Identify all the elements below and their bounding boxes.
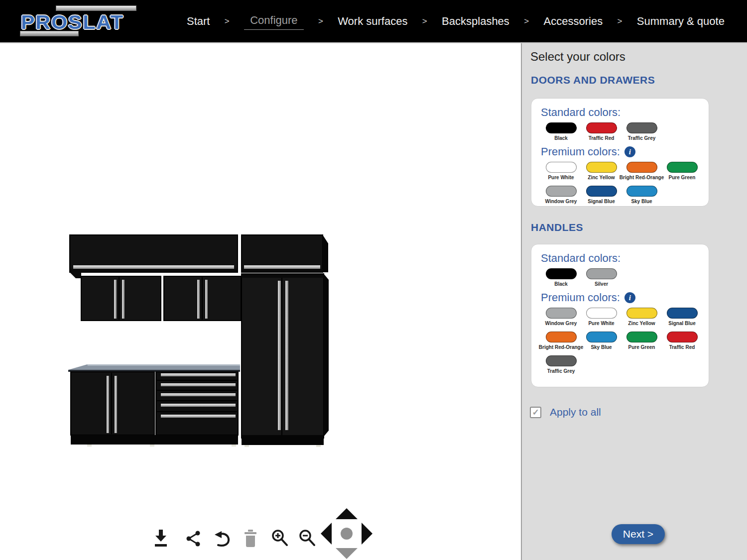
handles-heading: HANDLES xyxy=(531,222,583,233)
apply-to-all-checkbox[interactable]: ✓ xyxy=(530,407,541,418)
color-pill[interactable] xyxy=(586,122,617,133)
trash-icon[interactable] xyxy=(243,529,258,548)
pan-up-arrow-icon xyxy=(336,508,358,519)
premium-colors-label: Premium colors: i xyxy=(541,291,709,304)
proslat-logo[interactable]: PROSLAT xyxy=(20,4,149,39)
share-icon[interactable] xyxy=(185,530,201,548)
info-icon[interactable]: i xyxy=(624,146,635,157)
breadcrumb-separator: > xyxy=(524,16,529,26)
color-pill[interactable] xyxy=(667,308,698,319)
color-pill[interactable] xyxy=(546,332,577,342)
doors-drawers-heading: DOORS AND DRAWERS xyxy=(531,74,655,86)
undo-icon[interactable] xyxy=(213,531,231,548)
pan-right-arrow-icon xyxy=(362,523,373,545)
swatch-pure-green[interactable]: Pure Green xyxy=(622,332,662,350)
logo-text: PROSLAT xyxy=(21,11,124,34)
logo-bar-top xyxy=(56,5,136,11)
breadcrumb-separator: > xyxy=(618,16,622,26)
breadcrumb-accessories[interactable]: Accessories xyxy=(544,15,603,28)
swatch-black[interactable]: Black xyxy=(541,268,581,287)
color-pill[interactable] xyxy=(586,332,617,342)
color-pill[interactable] xyxy=(586,268,617,279)
apply-to-all-label: Apply to all xyxy=(550,406,601,418)
color-pill[interactable] xyxy=(586,186,617,197)
handles-premium-row-2: Bright Red-Orange Sky Blue Pure Green Tr… xyxy=(541,332,709,350)
breadcrumb-work-surfaces[interactable]: Work surfaces xyxy=(338,15,407,28)
handles-card: Standard colors: Black Silver Premium co… xyxy=(531,244,709,387)
breadcrumb-backsplashes[interactable]: Backsplashes xyxy=(442,15,509,28)
color-pill[interactable] xyxy=(586,308,617,319)
panel-title: Select your colors xyxy=(530,50,625,64)
breadcrumb-separator: > xyxy=(225,16,230,26)
color-pill[interactable] xyxy=(546,186,577,197)
breadcrumb-separator: > xyxy=(318,16,323,26)
swatch-zinc-yellow[interactable]: Zinc Yellow xyxy=(622,308,662,326)
model-viewport[interactable] xyxy=(0,43,521,560)
checkmark-icon: ✓ xyxy=(532,408,539,417)
zoom-out-icon[interactable] xyxy=(298,529,316,548)
swatch-bright-red-orange[interactable]: Bright Red-Orange xyxy=(541,332,581,350)
download-icon[interactable] xyxy=(152,529,169,548)
breadcrumb-start[interactable]: Start xyxy=(187,15,210,28)
cabinet-render[interactable] xyxy=(67,232,331,454)
handles-premium-row-1: Window Grey Pure White Zinc Yellow Signa… xyxy=(541,308,709,326)
info-icon[interactable]: i xyxy=(624,292,635,303)
color-pill[interactable] xyxy=(626,162,657,173)
swatch-traffic-grey[interactable]: Traffic Grey xyxy=(622,122,662,141)
pan-down-arrow-icon xyxy=(336,548,358,559)
color-pill[interactable] xyxy=(667,162,698,173)
color-pill[interactable] xyxy=(626,122,657,133)
color-pill[interactable] xyxy=(546,308,577,319)
pan-left-arrow-icon xyxy=(321,523,332,545)
color-pill[interactable] xyxy=(626,186,657,197)
configurator-page: PROSLAT Start > Configure > Work surface… xyxy=(0,0,747,560)
next-button[interactable]: Next > xyxy=(612,524,665,544)
handles-standard-row: Black Silver xyxy=(541,268,709,287)
premium-colors-label: Premium colors: i xyxy=(541,145,709,158)
header: PROSLAT Start > Configure > Work surface… xyxy=(0,0,747,43)
handles-premium-row-3: Traffic Grey xyxy=(541,355,709,374)
color-pill[interactable] xyxy=(586,162,617,173)
pan-center-dot-icon xyxy=(341,528,353,540)
standard-colors-label: Standard colors: xyxy=(541,106,709,119)
swatch-traffic-grey[interactable]: Traffic Grey xyxy=(541,355,581,374)
doors-premium-row-2: Window Grey Signal Blue Sky Blue xyxy=(541,186,709,204)
swatch-silver[interactable]: Silver xyxy=(581,268,622,287)
swatch-window-grey[interactable]: Window Grey xyxy=(541,308,581,326)
color-pill[interactable] xyxy=(546,268,577,279)
color-pill[interactable] xyxy=(626,308,657,319)
color-panel: Select your colors DOORS AND DRAWERS Sta… xyxy=(521,43,747,560)
swatch-pure-white[interactable]: Pure White xyxy=(581,308,622,326)
pan-control[interactable] xyxy=(320,508,373,560)
swatch-window-grey[interactable]: Window Grey xyxy=(541,186,581,204)
breadcrumb-configure[interactable]: Configure xyxy=(244,13,303,30)
doors-standard-row: Black Traffic Red Traffic Grey xyxy=(541,122,709,141)
color-pill[interactable] xyxy=(546,122,577,133)
color-pill[interactable] xyxy=(546,355,577,366)
breadcrumb-summary-quote[interactable]: Summary & quote xyxy=(637,15,725,28)
color-pill[interactable] xyxy=(626,332,657,342)
color-pill[interactable] xyxy=(546,162,577,173)
doors-premium-row-1: Pure White Zinc Yellow Bright Red-Orange… xyxy=(541,162,709,180)
breadcrumb-separator: > xyxy=(422,16,427,26)
standard-colors-label: Standard colors: xyxy=(541,252,709,265)
swatch-signal-blue[interactable]: Signal Blue xyxy=(662,308,702,326)
swatch-sky-blue[interactable]: Sky Blue xyxy=(581,332,622,350)
swatch-black[interactable]: Black xyxy=(541,122,581,141)
swatch-pure-white[interactable]: Pure White xyxy=(541,162,581,180)
swatch-traffic-red[interactable]: Traffic Red xyxy=(581,122,622,141)
color-pill[interactable] xyxy=(667,332,698,342)
swatch-zinc-yellow[interactable]: Zinc Yellow xyxy=(581,162,622,180)
swatch-signal-blue[interactable]: Signal Blue xyxy=(581,186,622,204)
doors-drawers-card: Standard colors: Black Traffic Red Traff… xyxy=(531,98,709,207)
swatch-bright-red-orange[interactable]: Bright Red-Orange xyxy=(622,162,662,180)
apply-to-all-row: ✓ Apply to all xyxy=(530,406,601,418)
breadcrumb: Start > Configure > Work surfaces > Back… xyxy=(187,0,725,42)
swatch-sky-blue[interactable]: Sky Blue xyxy=(622,186,662,204)
zoom-in-icon[interactable] xyxy=(271,529,289,548)
swatch-pure-green[interactable]: Pure Green xyxy=(662,162,702,180)
swatch-traffic-red[interactable]: Traffic Red xyxy=(662,332,702,350)
